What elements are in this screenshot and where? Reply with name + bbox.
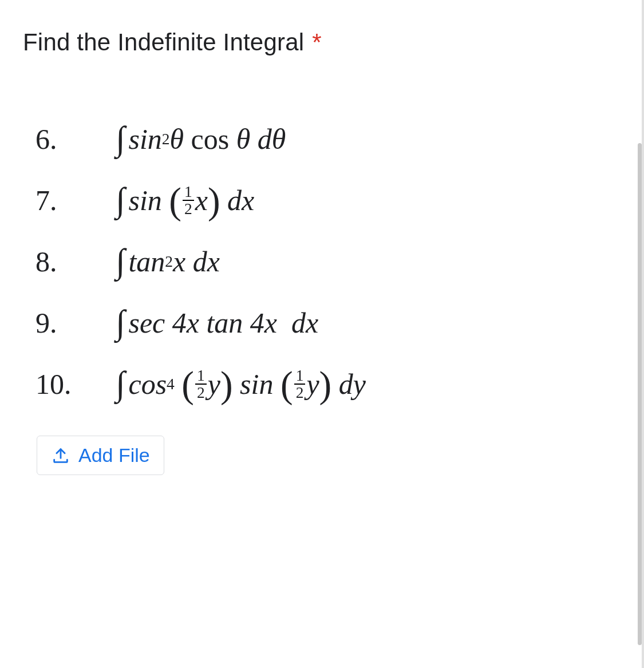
list-item: 6. ∫ sin2θ cos θ dθ — [23, 119, 619, 159]
list-item: 10. ∫ cos4 (12y) sin (12y) dy — [23, 364, 619, 404]
problem-expression: ∫ tan2x dx — [116, 242, 220, 281]
question-title: Find the Indefinite Integral * — [23, 29, 619, 56]
problem-number: 10. — [23, 367, 116, 401]
question-title-text: Find the Indefinite Integral — [23, 29, 304, 56]
list-item: 9. ∫ sec 4x tan 4x dx — [23, 303, 619, 342]
list-item: 7. ∫ sin (12x) dx — [23, 180, 619, 220]
problem-number: 8. — [23, 245, 116, 278]
problem-number: 7. — [23, 184, 116, 217]
add-file-label: Add File — [78, 444, 150, 467]
list-item: 8. ∫ tan2x dx — [23, 242, 619, 281]
problem-number: 9. — [23, 306, 116, 339]
upload-icon — [51, 446, 70, 465]
problem-number: 6. — [23, 122, 116, 156]
form-question-card: Find the Indefinite Integral * 6. ∫ sin2… — [0, 0, 644, 668]
add-file-button[interactable]: Add File — [37, 436, 164, 475]
problem-expression: ∫ cos4 (12y) sin (12y) dy — [116, 364, 366, 404]
required-asterisk: * — [312, 29, 322, 56]
problem-expression: ∫ sin (12x) dx — [116, 180, 254, 220]
problem-expression: ∫ sec 4x tan 4x dx — [116, 303, 318, 342]
problem-expression: ∫ sin2θ cos θ dθ — [116, 119, 286, 159]
problem-list: 6. ∫ sin2θ cos θ dθ 7. ∫ sin (12x) dx 8.… — [23, 119, 619, 404]
